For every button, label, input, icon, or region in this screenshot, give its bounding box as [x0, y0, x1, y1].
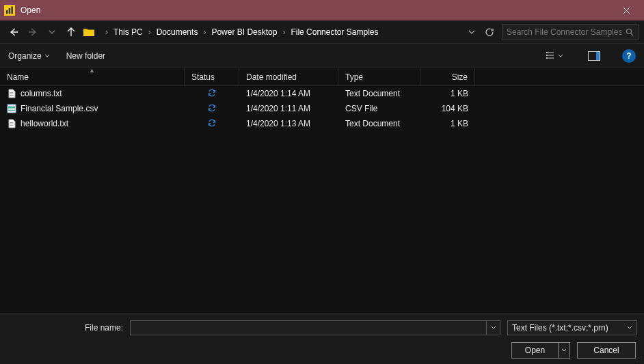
chevron-right-icon: › — [147, 27, 152, 37]
svg-rect-20 — [8, 107, 15, 108]
file-row[interactable]: columns.txt1/4/2020 1:14 AMText Document… — [0, 86, 644, 101]
sync-icon — [207, 88, 217, 100]
cancel-button[interactable]: Cancel — [577, 342, 636, 359]
filename-input[interactable] — [130, 320, 487, 335]
window-title: Open — [21, 5, 611, 15]
svg-rect-21 — [8, 109, 15, 109]
file-type: CSV File — [338, 104, 420, 113]
arrow-right-icon — [27, 27, 38, 38]
help-button[interactable]: ? — [622, 49, 636, 63]
chevron-right-icon: › — [202, 27, 207, 37]
crumb-current[interactable]: File Connector Samples — [288, 26, 381, 38]
chevron-right-icon: › — [281, 27, 286, 37]
app-icon — [4, 5, 15, 16]
folder-icon — [82, 26, 96, 38]
svg-rect-16 — [10, 94, 14, 94]
breadcrumb[interactable]: › This PC › Documents › Power BI Desktop… — [101, 24, 461, 40]
title-bar: Open — [0, 0, 644, 20]
sync-icon — [207, 118, 217, 130]
address-dropdown[interactable] — [466, 29, 477, 36]
svg-line-6 — [631, 33, 633, 36]
svg-rect-0 — [6, 10, 8, 14]
up-button[interactable] — [63, 24, 79, 40]
chevron-down-icon — [491, 325, 496, 331]
open-button[interactable]: Open — [511, 342, 558, 359]
back-button[interactable] — [5, 24, 22, 40]
col-header-size[interactable]: Size — [420, 68, 475, 85]
svg-rect-15 — [10, 92, 14, 93]
chevron-down-icon — [44, 53, 50, 59]
crumb-documents[interactable]: Documents — [154, 26, 201, 38]
toolbar: Organize New folder ? — [0, 44, 644, 68]
chevron-down-icon — [468, 29, 475, 36]
svg-rect-8 — [548, 52, 554, 53]
search-icon — [626, 28, 634, 36]
chevron-down-icon — [627, 325, 632, 331]
file-row[interactable]: helloworld.txt1/4/2020 1:13 AMText Docum… — [0, 116, 644, 131]
new-folder-label: New folder — [66, 51, 105, 61]
filename-dropdown[interactable] — [487, 320, 500, 335]
organize-label: Organize — [8, 51, 42, 61]
col-header-date[interactable]: Date modified — [239, 68, 338, 85]
file-date: 1/4/2020 1:14 AM — [239, 89, 338, 98]
recent-dropdown[interactable] — [44, 24, 60, 40]
sort-asc-icon: ▲ — [89, 68, 95, 74]
preview-pane-button[interactable] — [582, 48, 606, 64]
view-options-button[interactable] — [543, 48, 566, 64]
file-size: 1 KB — [420, 89, 475, 98]
file-icon — [7, 119, 16, 128]
svg-rect-14 — [596, 52, 600, 60]
search-input[interactable] — [507, 27, 621, 37]
file-name: Financial Sample.csv — [21, 104, 98, 113]
refresh-button[interactable] — [480, 24, 499, 40]
file-type: Text Document — [338, 119, 420, 128]
filter-label: Text Files (*.txt;*.csv;*.prn) — [512, 323, 608, 333]
svg-rect-2 — [11, 7, 13, 14]
svg-rect-10 — [548, 55, 554, 55]
sync-icon — [207, 103, 217, 115]
refresh-icon — [485, 27, 494, 37]
file-name: helloworld.txt — [21, 119, 68, 128]
organize-button[interactable]: Organize — [8, 51, 50, 61]
file-size: 1 KB — [420, 119, 475, 128]
search-box[interactable] — [502, 24, 639, 40]
col-header-status[interactable]: Status — [185, 68, 239, 85]
col-header-name[interactable]: ▲ Name — [0, 68, 185, 85]
svg-rect-23 — [10, 122, 14, 123]
file-icon — [7, 104, 16, 113]
svg-rect-22 — [8, 110, 15, 111]
forward-button[interactable] — [25, 24, 41, 40]
open-button-group: Open — [511, 342, 570, 359]
file-row[interactable]: Financial Sample.csv1/4/2020 1:11 AMCSV … — [0, 101, 644, 116]
file-type: Text Document — [338, 89, 420, 98]
new-folder-button[interactable]: New folder — [66, 51, 105, 61]
column-headers: ▲ Name Status Date modified Type Size — [0, 68, 644, 86]
crumb-powerbi[interactable]: Power BI Desktop — [209, 26, 280, 38]
file-list: ▲ Name Status Date modified Type Size co… — [0, 68, 644, 313]
close-icon — [623, 7, 630, 14]
file-date: 1/4/2020 1:11 AM — [239, 104, 338, 113]
svg-rect-9 — [546, 55, 548, 56]
svg-rect-19 — [8, 106, 15, 107]
svg-rect-11 — [546, 57, 548, 59]
help-icon: ? — [626, 51, 631, 61]
svg-rect-25 — [10, 125, 14, 126]
open-dropdown[interactable] — [558, 342, 570, 359]
nav-bar: › This PC › Documents › Power BI Desktop… — [0, 20, 644, 44]
svg-point-5 — [627, 29, 632, 33]
file-type-filter[interactable]: Text Files (*.txt;*.csv;*.prn) — [507, 320, 637, 335]
svg-rect-1 — [9, 8, 11, 14]
chevron-down-icon — [49, 29, 55, 36]
resize-grip[interactable]: ⋰ — [636, 355, 643, 363]
crumb-this-pc[interactable]: This PC — [111, 26, 146, 38]
close-button[interactable] — [611, 0, 641, 20]
svg-rect-24 — [10, 124, 14, 124]
file-name: columns.txt — [21, 89, 62, 98]
svg-rect-12 — [548, 57, 554, 58]
file-size: 104 KB — [420, 104, 475, 113]
arrow-left-icon — [8, 27, 19, 38]
filename-label: File name: — [0, 323, 123, 333]
col-header-type[interactable]: Type — [338, 68, 420, 85]
svg-rect-7 — [546, 52, 548, 53]
file-date: 1/4/2020 1:13 AM — [239, 119, 338, 128]
